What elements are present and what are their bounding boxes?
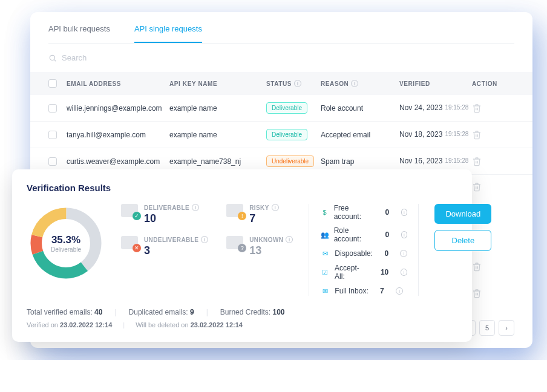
info-icon[interactable]: i	[401, 231, 408, 238]
inbox-icon: ✉	[320, 286, 330, 296]
cell-apikey: example name	[169, 104, 266, 113]
donut-chart: 35.3% Deliverable	[27, 204, 105, 283]
verification-results-card: Verification Results 35.3% Deliverable ✓…	[12, 169, 472, 342]
delete-row-button[interactable]	[472, 103, 496, 113]
col-email: EMAIL ADDRESS	[67, 80, 169, 87]
info-icon[interactable]: i	[201, 236, 208, 243]
overlay-title: Verification Results	[27, 183, 457, 193]
donut-label: Deliverable	[51, 246, 81, 253]
search-placeholder: Search	[62, 53, 87, 62]
table-row: tanya.hill@example.comexample nameDelive…	[30, 122, 532, 148]
tab-single[interactable]: API single requests	[134, 24, 202, 43]
cell-verified: Nov 18, 202319:15:28	[399, 130, 472, 139]
col-action: ACTION	[472, 80, 496, 87]
select-all-checkbox[interactable]	[48, 79, 57, 88]
delete-row-button[interactable]	[472, 157, 496, 166]
info-icon[interactable]: i	[400, 250, 407, 257]
delete-row-button[interactable]	[472, 130, 496, 140]
users-icon: 👥	[320, 230, 329, 240]
row-checkbox[interactable]	[48, 104, 57, 113]
cell-status: Deliverable	[266, 129, 321, 140]
envelope-icon: ✕	[121, 236, 138, 249]
cell-verified: Nov 24, 202319:15:28	[399, 103, 472, 112]
info-icon[interactable]: i	[351, 80, 358, 87]
stat-undeliverable: ✕ UNDELIVERABLEi3	[121, 236, 208, 257]
info-icon[interactable]: i	[401, 269, 408, 276]
overlay-actions: Download Delete	[434, 204, 491, 251]
delete-row-button[interactable]	[472, 262, 496, 274]
tabs: API bulk requests API single requests	[30, 12, 532, 43]
question-icon: ?	[238, 244, 246, 252]
svg-line-1	[54, 59, 56, 61]
cell-email: curtis.weaver@example.com	[67, 157, 169, 166]
info-icon[interactable]: i	[192, 204, 199, 211]
cell-apikey: example_name738_nj	[169, 157, 266, 166]
info-icon[interactable]: i	[401, 209, 408, 216]
search-icon	[48, 54, 57, 62]
cell-status: Deliverable	[266, 102, 321, 114]
dollar-icon: $	[320, 207, 329, 217]
info-icon[interactable]: i	[286, 236, 293, 243]
cell-email: willie.jennings@example.com	[67, 104, 169, 113]
stats-grid: ✓ DELIVERABLEi10 ! RISKYi7 ✕ UNDELIVERAB…	[121, 204, 293, 257]
envelope-icon: ?	[226, 236, 243, 249]
meta-row: Verified on 23.02.2022 12:14 | Will be d…	[27, 321, 457, 328]
download-button[interactable]: Download	[434, 204, 491, 224]
cell-reason: Role account	[321, 104, 399, 113]
search-row[interactable]: Search	[30, 44, 532, 72]
warning-icon: !	[238, 212, 246, 220]
col-status: STATUSi	[266, 80, 321, 87]
row-checkbox[interactable]	[48, 131, 57, 139]
cell-verified: Nov 16, 202319:15:28	[399, 157, 472, 165]
details-box: $Free account: 0 i 👥Role account: 0 i ✉D…	[309, 204, 419, 296]
mail-icon: ✉	[320, 249, 330, 258]
x-icon: ✕	[133, 244, 141, 252]
cell-apikey: example name	[169, 131, 266, 139]
table-header: EMAIL ADDRESS API KEY NAME STATUSi REASO…	[30, 72, 532, 95]
envelope-icon: !	[226, 204, 243, 217]
check-icon: ✓	[133, 212, 141, 220]
cell-status: Undeliverable	[266, 155, 321, 167]
stat-unknown: ? UNKNOWNi13	[226, 236, 293, 257]
page-next-button[interactable]: ›	[499, 320, 514, 336]
delete-button[interactable]: Delete	[434, 230, 491, 251]
info-icon[interactable]: i	[294, 80, 301, 87]
cell-email: tanya.hill@example.com	[67, 131, 169, 139]
checkbox-icon: ☑	[320, 267, 330, 277]
delete-row-button[interactable]	[472, 289, 496, 301]
page-button-5[interactable]: 5	[479, 320, 495, 336]
col-reason: REASONi	[321, 80, 399, 87]
delete-row-button[interactable]	[472, 182, 496, 194]
donut-percent: 35.3%	[51, 234, 80, 246]
cell-reason: Accepted email	[321, 131, 399, 139]
envelope-icon: ✓	[121, 204, 138, 217]
stat-risky: ! RISKYi7	[226, 204, 293, 225]
main-panel: API bulk requests API single requests Se…	[30, 12, 532, 348]
col-verified: VERIFIED	[399, 80, 472, 87]
col-apikey: API KEY NAME	[169, 80, 266, 87]
cell-reason: Spam trap	[321, 157, 399, 166]
table-row: willie.jennings@example.comexample nameD…	[30, 95, 532, 122]
row-checkbox[interactable]	[48, 157, 57, 166]
info-icon[interactable]: i	[272, 204, 279, 211]
info-icon[interactable]: i	[396, 287, 403, 295]
svg-point-0	[50, 55, 54, 60]
tab-bulk[interactable]: API bulk requests	[48, 24, 110, 43]
totals-row: Total verified emails: 40 | Duplicated e…	[27, 308, 457, 316]
stat-deliverable: ✓ DELIVERABLEi10	[121, 204, 208, 225]
